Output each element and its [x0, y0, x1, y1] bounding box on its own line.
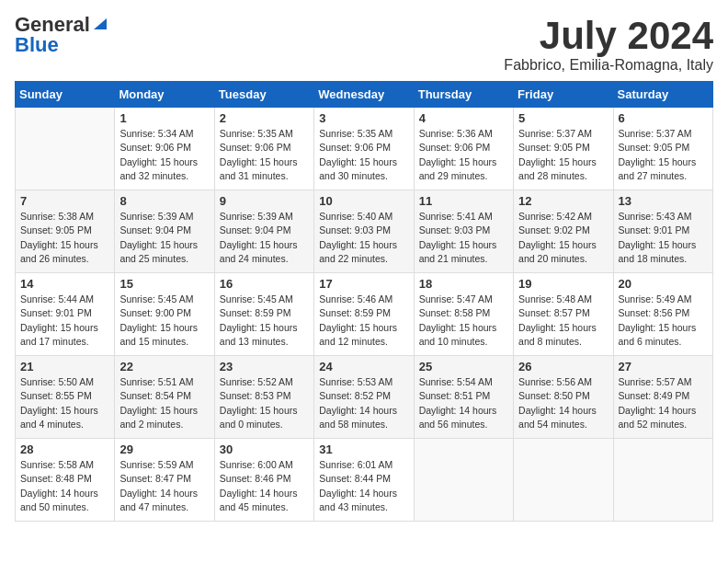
- logo-blue-text: Blue: [15, 35, 59, 55]
- calendar-week-row: 1Sunrise: 5:34 AM Sunset: 9:06 PM Daylig…: [16, 108, 713, 190]
- day-number: 20: [619, 277, 708, 291]
- cell-content: Sunrise: 5:47 AM Sunset: 8:58 PM Dayligh…: [419, 293, 508, 349]
- calendar-cell: 24Sunrise: 5:53 AM Sunset: 8:52 PM Dayli…: [314, 356, 414, 439]
- calendar-cell: 28Sunrise: 5:58 AM Sunset: 8:48 PM Dayli…: [16, 439, 115, 522]
- calendar-week-row: 14Sunrise: 5:44 AM Sunset: 9:01 PM Dayli…: [16, 273, 713, 356]
- calendar-cell: 16Sunrise: 5:45 AM Sunset: 8:59 PM Dayli…: [214, 273, 313, 356]
- day-number: 25: [419, 360, 508, 373]
- cell-content: Sunrise: 5:58 AM Sunset: 8:48 PM Dayligh…: [20, 458, 109, 514]
- cell-content: Sunrise: 5:46 AM Sunset: 8:59 PM Dayligh…: [319, 293, 408, 349]
- cell-content: Sunrise: 5:37 AM Sunset: 9:05 PM Dayligh…: [619, 127, 708, 183]
- cell-content: Sunrise: 5:52 AM Sunset: 8:53 PM Dayligh…: [220, 375, 309, 431]
- calendar-cell: 5Sunrise: 5:37 AM Sunset: 9:05 PM Daylig…: [514, 108, 613, 190]
- cell-content: Sunrise: 5:38 AM Sunset: 9:05 PM Dayligh…: [20, 210, 109, 266]
- calendar-cell: [514, 439, 613, 522]
- day-number: 7: [20, 194, 109, 208]
- day-number: 19: [518, 277, 608, 291]
- weekday-header-sunday: Sunday: [16, 82, 115, 108]
- cell-content: Sunrise: 5:42 AM Sunset: 9:02 PM Dayligh…: [518, 210, 608, 266]
- weekday-header-row: SundayMondayTuesdayWednesdayThursdayFrid…: [16, 82, 713, 108]
- calendar-cell: 12Sunrise: 5:42 AM Sunset: 9:02 PM Dayli…: [514, 190, 613, 273]
- cell-content: Sunrise: 6:01 AM Sunset: 8:44 PM Dayligh…: [319, 458, 408, 514]
- day-number: 8: [119, 194, 209, 208]
- weekday-header-saturday: Saturday: [613, 82, 712, 108]
- calendar-cell: 9Sunrise: 5:39 AM Sunset: 9:04 PM Daylig…: [214, 190, 313, 273]
- cell-content: Sunrise: 5:37 AM Sunset: 9:05 PM Dayligh…: [518, 127, 608, 183]
- day-number: 17: [319, 277, 408, 291]
- calendar-cell: 17Sunrise: 5:46 AM Sunset: 8:59 PM Dayli…: [314, 273, 414, 356]
- calendar-cell: 18Sunrise: 5:47 AM Sunset: 8:58 PM Dayli…: [414, 273, 513, 356]
- calendar-cell: 15Sunrise: 5:45 AM Sunset: 9:00 PM Dayli…: [115, 273, 214, 356]
- day-number: 21: [20, 360, 109, 373]
- cell-content: Sunrise: 5:39 AM Sunset: 9:04 PM Dayligh…: [119, 210, 209, 266]
- calendar-cell: 6Sunrise: 5:37 AM Sunset: 9:05 PM Daylig…: [613, 108, 712, 190]
- calendar-cell: 4Sunrise: 5:36 AM Sunset: 9:06 PM Daylig…: [414, 108, 513, 190]
- cell-content: Sunrise: 5:51 AM Sunset: 8:54 PM Dayligh…: [119, 375, 209, 431]
- logo: General Blue: [15, 15, 108, 55]
- calendar-cell: [613, 439, 712, 522]
- logo-general-text: General: [15, 15, 90, 35]
- cell-content: Sunrise: 5:45 AM Sunset: 8:59 PM Dayligh…: [220, 293, 309, 349]
- calendar-cell: 7Sunrise: 5:38 AM Sunset: 9:05 PM Daylig…: [16, 190, 115, 273]
- calendar-week-row: 28Sunrise: 5:58 AM Sunset: 8:48 PM Dayli…: [16, 439, 713, 522]
- cell-content: Sunrise: 5:41 AM Sunset: 9:03 PM Dayligh…: [419, 210, 508, 266]
- calendar-cell: 1Sunrise: 5:34 AM Sunset: 9:06 PM Daylig…: [115, 108, 214, 190]
- calendar-cell: 25Sunrise: 5:54 AM Sunset: 8:51 PM Dayli…: [414, 356, 513, 439]
- calendar-cell: 31Sunrise: 6:01 AM Sunset: 8:44 PM Dayli…: [314, 439, 414, 522]
- cell-content: Sunrise: 5:34 AM Sunset: 9:06 PM Dayligh…: [119, 127, 209, 183]
- logo-triangle-icon: [92, 15, 108, 31]
- day-number: 24: [319, 360, 408, 373]
- calendar-table: SundayMondayTuesdayWednesdayThursdayFrid…: [15, 81, 713, 522]
- calendar-cell: 23Sunrise: 5:52 AM Sunset: 8:53 PM Dayli…: [214, 356, 313, 439]
- day-number: 4: [419, 111, 508, 125]
- calendar-cell: 3Sunrise: 5:35 AM Sunset: 9:06 PM Daylig…: [314, 108, 414, 190]
- day-number: 27: [619, 360, 708, 373]
- calendar-cell: 2Sunrise: 5:35 AM Sunset: 9:06 PM Daylig…: [214, 108, 313, 190]
- day-number: 5: [518, 111, 608, 125]
- day-number: 12: [518, 194, 608, 208]
- month-title: July 2024: [504, 15, 713, 57]
- day-number: 28: [20, 442, 109, 456]
- calendar-cell: [16, 108, 115, 190]
- weekday-header-friday: Friday: [514, 82, 613, 108]
- cell-content: Sunrise: 5:56 AM Sunset: 8:50 PM Dayligh…: [518, 375, 608, 431]
- day-number: 30: [220, 442, 309, 456]
- cell-content: Sunrise: 5:54 AM Sunset: 8:51 PM Dayligh…: [419, 375, 508, 431]
- cell-content: Sunrise: 5:35 AM Sunset: 9:06 PM Dayligh…: [319, 127, 408, 183]
- weekday-header-wednesday: Wednesday: [314, 82, 414, 108]
- calendar-cell: 29Sunrise: 5:59 AM Sunset: 8:47 PM Dayli…: [115, 439, 214, 522]
- calendar-week-row: 7Sunrise: 5:38 AM Sunset: 9:05 PM Daylig…: [16, 190, 713, 273]
- day-number: 13: [619, 194, 708, 208]
- cell-content: Sunrise: 5:49 AM Sunset: 8:56 PM Dayligh…: [619, 293, 708, 349]
- day-number: 9: [220, 194, 309, 208]
- svg-marker-0: [94, 18, 107, 29]
- location-title: Fabbrico, Emilia-Romagna, Italy: [504, 57, 713, 74]
- cell-content: Sunrise: 5:59 AM Sunset: 8:47 PM Dayligh…: [119, 458, 209, 514]
- day-number: 23: [220, 360, 309, 373]
- calendar-cell: 19Sunrise: 5:48 AM Sunset: 8:57 PM Dayli…: [514, 273, 613, 356]
- cell-content: Sunrise: 5:40 AM Sunset: 9:03 PM Dayligh…: [319, 210, 408, 266]
- day-number: 18: [419, 277, 508, 291]
- calendar-cell: [414, 439, 513, 522]
- cell-content: Sunrise: 5:53 AM Sunset: 8:52 PM Dayligh…: [319, 375, 408, 431]
- day-number: 26: [518, 360, 608, 373]
- title-area: July 2024 Fabbrico, Emilia-Romagna, Ital…: [504, 15, 713, 74]
- calendar-cell: 22Sunrise: 5:51 AM Sunset: 8:54 PM Dayli…: [115, 356, 214, 439]
- calendar-cell: 8Sunrise: 5:39 AM Sunset: 9:04 PM Daylig…: [115, 190, 214, 273]
- day-number: 11: [419, 194, 508, 208]
- calendar-cell: 20Sunrise: 5:49 AM Sunset: 8:56 PM Dayli…: [613, 273, 712, 356]
- cell-content: Sunrise: 5:50 AM Sunset: 8:55 PM Dayligh…: [20, 375, 109, 431]
- calendar-cell: 21Sunrise: 5:50 AM Sunset: 8:55 PM Dayli…: [16, 356, 115, 439]
- cell-content: Sunrise: 5:48 AM Sunset: 8:57 PM Dayligh…: [518, 293, 608, 349]
- calendar-cell: 27Sunrise: 5:57 AM Sunset: 8:49 PM Dayli…: [613, 356, 712, 439]
- cell-content: Sunrise: 5:43 AM Sunset: 9:01 PM Dayligh…: [619, 210, 708, 266]
- day-number: 22: [119, 360, 209, 373]
- cell-content: Sunrise: 5:44 AM Sunset: 9:01 PM Dayligh…: [20, 293, 109, 349]
- cell-content: Sunrise: 5:35 AM Sunset: 9:06 PM Dayligh…: [220, 127, 309, 183]
- day-number: 3: [319, 111, 408, 125]
- cell-content: Sunrise: 5:45 AM Sunset: 9:00 PM Dayligh…: [119, 293, 209, 349]
- cell-content: Sunrise: 5:57 AM Sunset: 8:49 PM Dayligh…: [619, 375, 708, 431]
- calendar-week-row: 21Sunrise: 5:50 AM Sunset: 8:55 PM Dayli…: [16, 356, 713, 439]
- calendar-cell: 26Sunrise: 5:56 AM Sunset: 8:50 PM Dayli…: [514, 356, 613, 439]
- weekday-header-thursday: Thursday: [414, 82, 513, 108]
